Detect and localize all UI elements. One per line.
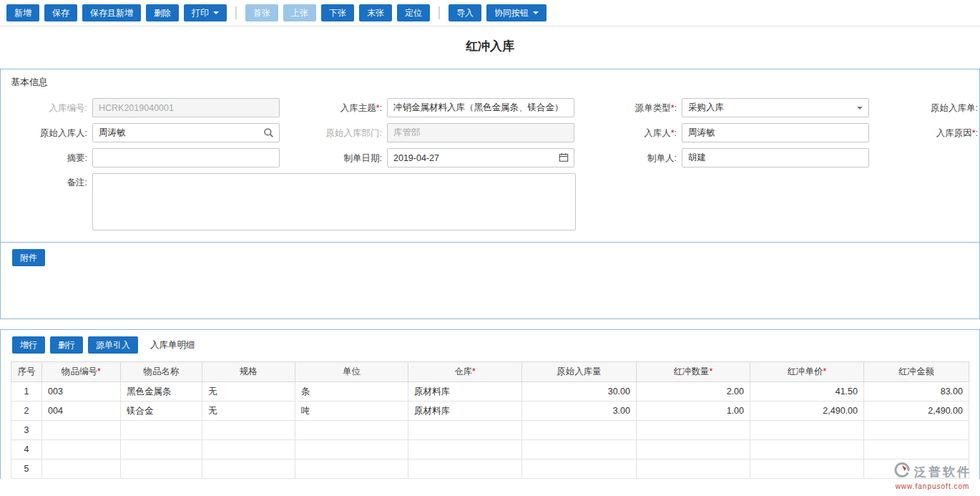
table-cell[interactable] xyxy=(522,421,637,440)
remark-textarea[interactable] xyxy=(92,173,576,230)
entry-subject-input[interactable] xyxy=(387,98,574,117)
summary-input[interactable] xyxy=(92,148,280,167)
collaborate-button-label: 协同按钮 xyxy=(494,8,529,18)
detail-panel: 增行 删行 源单引入 入库单明细 序号 物品编号* 物品名称 规格 单位 仓库*… xyxy=(0,329,980,479)
table-cell[interactable]: 83.00 xyxy=(864,382,969,402)
table-row: 3 xyxy=(11,421,969,440)
table-cell[interactable] xyxy=(42,459,121,479)
form-row-4: 备注: xyxy=(1,173,979,230)
table-cell[interactable]: 镁合金 xyxy=(121,402,202,421)
toolbar-button-next[interactable]: 下张 xyxy=(321,4,354,21)
table-cell[interactable] xyxy=(637,440,750,459)
original-order-label: 原始入库单: xyxy=(931,99,979,117)
table-cell[interactable] xyxy=(522,459,637,479)
column-header-seq: 序号 xyxy=(11,362,42,382)
toolbar-button-save[interactable]: 保存 xyxy=(44,4,77,21)
doc-maker-input[interactable] xyxy=(682,148,869,167)
table-cell[interactable]: 2,490.00 xyxy=(864,402,969,421)
table-cell[interactable]: 无 xyxy=(202,402,295,421)
table-cell[interactable]: 原材料库 xyxy=(408,382,522,402)
table-cell[interactable]: 5 xyxy=(11,459,42,479)
attachment-button[interactable]: 附件 xyxy=(12,249,45,266)
table-cell[interactable] xyxy=(42,421,121,440)
source-import-button[interactable]: 源单引入 xyxy=(88,336,138,354)
toolbar-button-save-and-new[interactable]: 保存且新增 xyxy=(82,4,141,21)
toolbar-button-delete[interactable]: 删除 xyxy=(146,4,179,21)
table-cell[interactable] xyxy=(864,459,969,479)
table-cell[interactable] xyxy=(522,440,637,459)
table-cell[interactable] xyxy=(408,421,522,440)
table-cell[interactable] xyxy=(750,440,864,459)
delete-row-button[interactable]: 删行 xyxy=(50,336,83,354)
table-row: 2 004 镁合金 无 吨 原材料库 3.00 1.00 2,490.00 2,… xyxy=(11,402,969,421)
table-cell[interactable] xyxy=(202,421,295,440)
table-cell[interactable] xyxy=(637,459,750,479)
toolbar-button-last[interactable]: 末张 xyxy=(359,4,392,21)
table-cell[interactable]: 原材料库 xyxy=(408,402,522,421)
column-header-warehouse: 仓库* xyxy=(408,362,522,382)
table-cell[interactable] xyxy=(202,440,295,459)
table-cell[interactable]: 2,490.00 xyxy=(750,402,864,421)
table-cell[interactable] xyxy=(864,440,969,459)
table-cell[interactable]: 004 xyxy=(42,402,121,421)
calendar-icon[interactable] xyxy=(559,152,569,162)
table-cell[interactable] xyxy=(864,421,969,440)
table-cell[interactable] xyxy=(750,421,864,440)
original-person-input[interactable] xyxy=(92,123,280,142)
detail-section-title: 入库单明细 xyxy=(150,339,195,351)
table-cell[interactable]: 2 xyxy=(11,402,42,421)
table-cell[interactable] xyxy=(637,421,750,440)
table-cell[interactable] xyxy=(42,440,121,459)
column-header-flush-price: 红冲单价* xyxy=(750,362,864,382)
table-cell[interactable]: 30.00 xyxy=(522,382,637,402)
form-row-1: 入库编号: 入库主题*: 源单类型*: 采购入库 原始入库单: xyxy=(1,98,979,117)
search-icon[interactable] xyxy=(263,127,274,138)
table-cell[interactable] xyxy=(295,459,408,479)
table-cell[interactable]: 1.00 xyxy=(637,402,750,421)
toolbar-button-print[interactable]: 打印 xyxy=(184,4,227,21)
table-cell[interactable]: 黑色金属条 xyxy=(121,382,202,402)
table-cell[interactable]: 2.00 xyxy=(637,382,750,402)
table-cell[interactable] xyxy=(295,440,408,459)
table-cell[interactable] xyxy=(121,421,202,440)
table-cell[interactable]: 条 xyxy=(295,382,408,402)
table-cell[interactable] xyxy=(121,440,202,459)
table-cell[interactable] xyxy=(750,459,864,479)
table-cell[interactable] xyxy=(408,459,522,479)
entry-person-input[interactable] xyxy=(682,123,869,142)
table-cell[interactable] xyxy=(202,459,295,479)
toolbar-button-first[interactable]: 首张 xyxy=(245,4,278,21)
watermark-url: www.fanpusoft.com xyxy=(893,482,971,490)
toolbar-button-prev[interactable]: 上张 xyxy=(283,4,316,21)
toolbar-button-import[interactable]: 导入 xyxy=(449,4,481,21)
table-cell[interactable]: 1 xyxy=(11,382,42,402)
table-cell[interactable] xyxy=(121,459,202,479)
toolbar-button-locate[interactable]: 定位 xyxy=(397,4,430,21)
table-cell[interactable]: 3.00 xyxy=(522,402,637,421)
table-cell[interactable] xyxy=(408,440,522,459)
entry-reason-label: 入库原因*: xyxy=(936,124,979,142)
column-header-item-name: 物品名称 xyxy=(121,362,202,382)
table-cell[interactable]: 4 xyxy=(11,440,42,459)
original-dept-input[interactable] xyxy=(387,123,574,142)
table-row: 5 xyxy=(11,459,969,479)
table-cell[interactable]: 41.50 xyxy=(750,382,864,402)
entry-no-input[interactable] xyxy=(92,98,280,117)
toolbar: 新增 保存 保存且新增 删除 打印 首张 上张 下张 末张 定位 导入 协同按钮 xyxy=(0,0,980,26)
summary-label: 摘要: xyxy=(1,149,92,167)
table-cell[interactable]: 3 xyxy=(11,421,42,440)
attachment-area: 附件 xyxy=(1,243,979,318)
chevron-down-icon xyxy=(533,11,539,17)
table-cell[interactable]: 吨 xyxy=(295,402,408,421)
doc-date-input[interactable] xyxy=(387,148,574,167)
table-cell[interactable]: 003 xyxy=(42,382,121,402)
add-row-button[interactable]: 增行 xyxy=(12,336,45,354)
table-cell[interactable]: 无 xyxy=(202,382,295,402)
table-row: 1 003 黑色金属条 无 条 原材料库 30.00 2.00 41.50 83… xyxy=(11,382,969,402)
original-person-label: 原始入库人: xyxy=(1,124,92,142)
chevron-down-icon xyxy=(857,107,863,112)
source-type-select[interactable]: 采购入库 xyxy=(682,98,869,117)
table-cell[interactable] xyxy=(295,421,408,440)
toolbar-button-collaborate[interactable]: 协同按钮 xyxy=(486,4,547,21)
toolbar-button-new[interactable]: 新增 xyxy=(6,4,39,21)
